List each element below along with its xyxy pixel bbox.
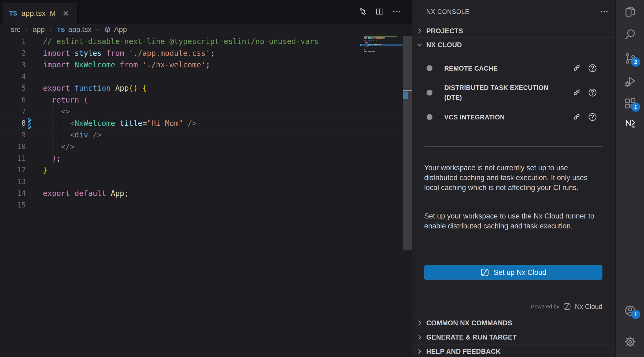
code-text: <div /> bbox=[43, 130, 102, 139]
status-dot bbox=[427, 90, 432, 96]
scrollbar-slider[interactable] bbox=[403, 36, 412, 250]
code-text: <> bbox=[43, 107, 70, 116]
line-number: 14 bbox=[0, 189, 26, 197]
source-control-badge: 2 bbox=[631, 57, 640, 67]
code-line-7[interactable]: 7 <> bbox=[0, 106, 403, 118]
line-number: 8 bbox=[0, 119, 26, 127]
code-line-5[interactable]: 5export function App() { bbox=[0, 82, 403, 94]
more-actions-icon[interactable] bbox=[600, 7, 609, 16]
git-modified-badge: M bbox=[50, 9, 56, 18]
line-number: 4 bbox=[0, 72, 26, 81]
line-number: 10 bbox=[0, 143, 26, 151]
nx-cloud-brand: Nx Cloud bbox=[575, 303, 602, 311]
accounts-badge: 1 bbox=[631, 310, 640, 319]
code-line-12[interactable]: 12} bbox=[0, 164, 403, 176]
chevron-right-icon bbox=[49, 26, 53, 33]
breadcrumb-item-src[interactable]: src bbox=[11, 26, 20, 34]
nx-cloud-logo-icon bbox=[563, 303, 571, 311]
section-header-nx-cloud[interactable]: NX CLOUD bbox=[412, 38, 615, 52]
panel-header: NX CONSOLE bbox=[412, 0, 615, 24]
search-icon[interactable] bbox=[624, 28, 636, 41]
powered-by-label: Powered by bbox=[531, 304, 560, 310]
line-number: 5 bbox=[0, 84, 26, 92]
code-text: // eslint-disable-next-line @typescript-… bbox=[43, 37, 319, 46]
tab-bar: TS app.tsx M bbox=[0, 0, 412, 24]
section-label: HELP AND FEEDBACK bbox=[426, 348, 501, 355]
breadcrumb-item-app[interactable]: app bbox=[33, 26, 45, 34]
breadcrumb: src app TS app.tsx App bbox=[0, 24, 402, 36]
line-number: 12 bbox=[0, 166, 26, 174]
line-number: 6 bbox=[0, 96, 26, 104]
section-label: COMMON NX COMMANDS bbox=[426, 319, 512, 327]
code-line-11[interactable]: 11 ); bbox=[0, 152, 403, 164]
feature-label: REMOTE CACHE bbox=[444, 63, 552, 73]
workspace-status-text: Your workspace is not currently set up t… bbox=[424, 163, 600, 193]
code-line-2[interactable]: 2import styles from './app.module.css'; bbox=[0, 48, 403, 59]
line-number: 11 bbox=[0, 154, 26, 162]
code-text: return ( bbox=[43, 96, 88, 104]
section-header-generate-run-target[interactable]: GENERATE & RUN TARGET bbox=[412, 330, 615, 344]
divider bbox=[424, 146, 602, 147]
chevron-right-icon bbox=[416, 348, 423, 355]
section-label: NX CLOUD bbox=[426, 41, 462, 49]
settings-icon[interactable] bbox=[624, 336, 636, 348]
activity-bar: 211 bbox=[615, 0, 644, 357]
symbol-class-icon bbox=[104, 26, 111, 34]
code-text: import NxWelcome from './nx-welcome'; bbox=[43, 60, 210, 69]
line-number: 2 bbox=[0, 49, 26, 57]
setup-nx-cloud-button[interactable]: Set up Nx Cloud bbox=[424, 265, 602, 280]
code-line-14[interactable]: 14export default App; bbox=[0, 188, 403, 199]
code-line-4[interactable]: 4 bbox=[0, 71, 403, 83]
chevron-right-icon bbox=[416, 27, 423, 34]
connect-icon[interactable] bbox=[572, 88, 581, 97]
code-line-6[interactable]: 6 return ( bbox=[0, 94, 403, 106]
code-editor[interactable]: 1// eslint-disable-next-line @typescript… bbox=[0, 36, 403, 211]
code-line-3[interactable]: 3import NxWelcome from './nx-welcome'; bbox=[0, 59, 403, 71]
section-label: PROJECTS bbox=[426, 27, 463, 35]
code-line-9[interactable]: 9 <div /> bbox=[0, 129, 403, 141]
connect-icon[interactable] bbox=[572, 63, 581, 73]
run-and-debug-icon[interactable] bbox=[624, 75, 636, 88]
explorer-icon[interactable] bbox=[624, 5, 636, 18]
breadcrumb-item-symbol[interactable]: App bbox=[114, 26, 127, 34]
code-line-15[interactable]: 15 bbox=[0, 199, 403, 211]
code-text: } bbox=[43, 166, 47, 174]
chevron-right-icon bbox=[24, 26, 29, 33]
help-icon[interactable] bbox=[588, 88, 597, 97]
tab-app-tsx[interactable]: TS app.tsx M bbox=[3, 3, 77, 24]
code-line-13[interactable]: 13 bbox=[0, 176, 403, 188]
nx-console-icon[interactable] bbox=[624, 117, 636, 129]
code-text: import styles from './app.module.css'; bbox=[43, 49, 215, 58]
code-line-8[interactable]: 8 <NxWelcome title="Hi Mom" /> bbox=[0, 118, 403, 129]
code-text: export function App() { bbox=[43, 84, 147, 93]
section-header-help-and-feedback[interactable]: HELP AND FEEDBACK bbox=[412, 344, 615, 357]
close-icon[interactable] bbox=[62, 9, 70, 17]
help-icon[interactable] bbox=[588, 112, 597, 122]
section-header-projects[interactable]: PROJECTS bbox=[412, 24, 615, 38]
editor-group: TS app.tsx M src app TS app.tsx App bbox=[0, 0, 412, 357]
nx-feature-row: VCS INTEGRATION bbox=[412, 111, 615, 123]
powered-by-row: Powered by Nx Cloud bbox=[424, 301, 602, 312]
overview-ruler-modified-mark bbox=[403, 92, 408, 99]
setup-instruction-text: Set up your workspace to use the Nx Clou… bbox=[424, 211, 600, 231]
nx-console-panel: NX CONSOLE PROJECTS NX CLOUD REMOTE CACH… bbox=[412, 0, 615, 357]
chevron-down-icon bbox=[416, 41, 423, 48]
chevron-right-icon bbox=[416, 319, 423, 326]
code-text: ); bbox=[43, 154, 61, 163]
code-line-10[interactable]: 10 </> bbox=[0, 141, 403, 153]
feature-label: VCS INTEGRATION bbox=[444, 112, 552, 122]
section-label: GENERATE & RUN TARGET bbox=[426, 333, 517, 341]
code-line-1[interactable]: 1// eslint-disable-next-line @typescript… bbox=[0, 36, 403, 48]
connect-icon[interactable] bbox=[572, 112, 581, 122]
code-text: <NxWelcome title="Hi Mom" /> bbox=[43, 119, 197, 128]
code-text: </> bbox=[43, 142, 75, 151]
section-header-common-nx-commands[interactable]: COMMON NX COMMANDS bbox=[412, 316, 615, 330]
tab-filename: app.tsx bbox=[21, 9, 45, 18]
extensions-badge: 1 bbox=[631, 103, 640, 112]
line-number: 7 bbox=[0, 108, 26, 116]
minimap[interactable] bbox=[361, 0, 403, 70]
line-number: 13 bbox=[0, 178, 26, 186]
help-icon[interactable] bbox=[588, 63, 597, 73]
breadcrumb-item-file[interactable]: app.tsx bbox=[68, 26, 91, 34]
chevron-right-icon bbox=[95, 26, 100, 33]
